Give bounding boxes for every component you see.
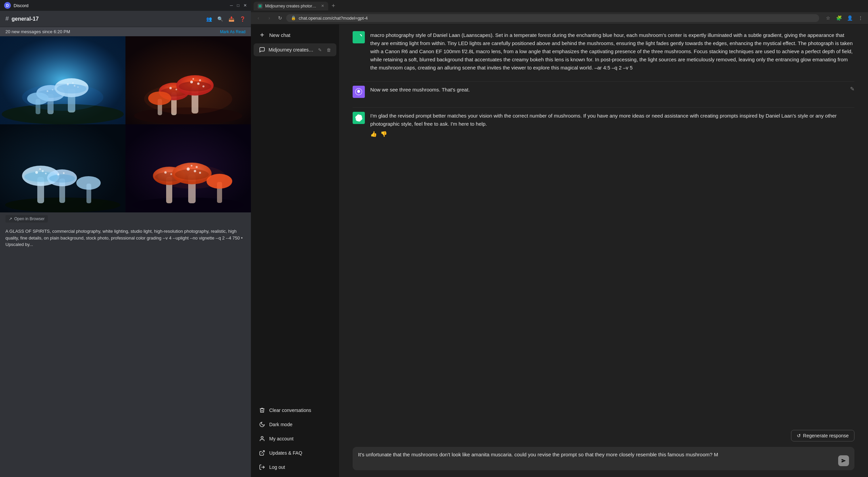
svg-point-16 — [22, 84, 103, 111]
extension-icon[interactable]: 🧩 — [834, 13, 844, 23]
new-chat-label: New chat — [269, 32, 291, 38]
svg-point-12 — [72, 82, 74, 84]
new-messages-banner: 20 new messages since 6:20 PM Mark As Re… — [0, 27, 251, 36]
regenerate-icon: ↺ — [797, 433, 801, 438]
inbox-icon[interactable]: 📥 — [229, 16, 234, 22]
maximize-icon[interactable]: □ — [237, 3, 239, 8]
svg-point-34 — [144, 84, 232, 114]
browser-action-icons: ☆ 🧩 👤 ⋮ — [823, 13, 865, 23]
edit-message-icon[interactable]: ✎ — [850, 86, 854, 92]
mushroom-image-grid — [0, 36, 251, 212]
my-account-button[interactable]: My account — [254, 432, 336, 445]
assistant-message-2-content: I'm glad the revised prompt better match… — [370, 112, 854, 128]
thumbs-down-icon[interactable]: 👎 — [380, 131, 387, 137]
svg-point-30 — [193, 78, 194, 80]
discord-panel: D Discord ─ □ ✕ # general-17 👥 🔍 📥 ❓ 20 … — [0, 0, 251, 477]
clear-conversations-button[interactable]: Clear conversations — [254, 404, 336, 417]
chatgpt-sidebar: New chat Midjourney creates pho ✎ 🗑 — [251, 24, 339, 477]
logout-icon — [259, 464, 265, 470]
search-icon[interactable]: 🔍 — [217, 16, 223, 22]
delete-conversation-icon[interactable]: 🗑 — [327, 47, 331, 53]
dark-mode-label: Dark mode — [269, 422, 292, 427]
mushroom-image-bottom-left — [0, 124, 125, 212]
gpt-avatar-2 — [353, 86, 365, 98]
send-button[interactable] — [838, 455, 849, 466]
members-icon[interactable]: 👥 — [206, 16, 212, 22]
discord-channel-header: # general-17 👥 🔍 📥 ❓ — [0, 11, 251, 27]
mushroom-image-bottom-right — [125, 124, 251, 212]
gpt-avatar-3 — [353, 112, 365, 124]
hashtag-icon: # — [5, 15, 9, 22]
svg-point-27 — [190, 81, 193, 83]
discord-chat-bottom: ↗ Open in Browser A GLASS OF SPIRITS, co… — [0, 212, 251, 253]
svg-point-47 — [39, 168, 41, 170]
tab-favicon — [258, 4, 262, 8]
tab-title: Midjourney creates photoreali... — [265, 4, 318, 8]
new-chat-button[interactable]: New chat — [254, 28, 336, 41]
help-icon[interactable]: ❓ — [240, 16, 245, 22]
assistant-message-1: macro photography style of Daniel Laan (… — [353, 31, 854, 72]
new-messages-text: 20 new messages since 6:20 PM — [5, 29, 70, 34]
channel-header-icons: 👥 🔍 📥 ❓ — [206, 16, 245, 22]
user-message-1: Now we see three mushrooms. That's great… — [353, 86, 854, 98]
back-button[interactable]: ‹ — [254, 13, 263, 23]
forward-button[interactable]: › — [264, 13, 274, 23]
external-link-icon — [259, 450, 265, 456]
svg-line-73 — [262, 451, 264, 453]
gpt-avatar — [353, 31, 365, 43]
moon-icon — [259, 421, 265, 428]
person-icon — [259, 436, 265, 442]
discord-message-text: A GLASS OF SPIRITS, commercial photograp… — [5, 225, 245, 251]
svg-point-70 — [158, 165, 226, 189]
discord-titlebar: D Discord ─ □ ✕ — [0, 0, 251, 11]
dark-mode-button[interactable]: Dark mode — [254, 418, 336, 431]
sidebar-conversation-item[interactable]: Midjourney creates pho ✎ 🗑 — [254, 43, 336, 56]
regenerate-response-button[interactable]: ↺ Regenerate response — [791, 430, 854, 441]
regenerate-label: Regenerate response — [803, 433, 849, 438]
close-icon[interactable]: ✕ — [243, 3, 247, 8]
updates-faq-button[interactable]: Updates & FAQ — [254, 447, 336, 459]
log-out-button[interactable]: Log out — [254, 461, 336, 474]
edit-conversation-icon[interactable]: ✎ — [318, 47, 322, 53]
star-icon[interactable]: ☆ — [823, 13, 833, 23]
browser-chrome: Midjourney creates photoreali... ✕ + ‹ ›… — [251, 0, 868, 24]
browser-tabs-row: Midjourney creates photoreali... ✕ + — [251, 0, 868, 12]
url-text: chat.openai.com/chat?model=gpt-4 — [299, 16, 368, 21]
refresh-button[interactable]: ↻ — [275, 13, 285, 23]
discord-app-name: Discord — [14, 3, 28, 8]
conversation-label: Midjourney creates pho — [269, 47, 315, 53]
address-bar[interactable]: 🔒 chat.openai.com/chat?model=gpt-4 — [286, 14, 819, 22]
new-chat-icon — [259, 32, 265, 38]
browser-tab-chatgpt[interactable]: Midjourney creates photoreali... ✕ — [254, 2, 328, 11]
minimize-icon[interactable]: ─ — [230, 3, 233, 8]
thumbs-up-icon[interactable]: 👍 — [370, 131, 377, 137]
open-in-browser-label: Open in Browser — [14, 216, 44, 221]
chat-input-wrapper — [353, 447, 854, 470]
titlebar-buttons: ─ □ ✕ — [230, 3, 247, 8]
browser-nav-row: ‹ › ↻ 🔒 chat.openai.com/chat?model=gpt-4… — [251, 12, 868, 24]
clear-conversations-label: Clear conversations — [269, 408, 311, 413]
discord-logo-icon: D — [4, 2, 11, 9]
mushroom-image-top-right — [125, 36, 251, 124]
chatgpt-main: macro photography style of Daniel Laan (… — [339, 24, 868, 477]
open-in-browser-button[interactable]: ↗ Open in Browser — [5, 215, 48, 223]
profile-icon[interactable]: 👤 — [845, 13, 854, 23]
mark-as-read-button[interactable]: Mark As Read — [220, 29, 245, 34]
mushroom-image-top-left — [0, 36, 125, 124]
assistant-message-1-content: macro photography style of Daniel Laan (… — [370, 31, 854, 72]
tab-close-icon[interactable]: ✕ — [321, 4, 324, 8]
message-divider-2 — [353, 107, 854, 108]
menu-icon[interactable]: ⋮ — [856, 13, 865, 23]
lock-icon: 🔒 — [291, 16, 296, 20]
new-tab-button[interactable]: + — [329, 2, 338, 9]
user-message-1-content: Now we see three mushrooms. That's great… — [370, 86, 847, 94]
chatgpt-wrapper: Midjourney creates photoreali... ✕ + ‹ ›… — [251, 0, 868, 477]
chat-input-area: ↺ Regenerate response — [339, 426, 868, 477]
svg-point-29 — [199, 79, 201, 81]
svg-point-72 — [261, 436, 263, 438]
chat-input-field[interactable] — [358, 451, 835, 466]
svg-point-44 — [76, 176, 101, 190]
clear-icon — [259, 407, 265, 413]
message-divider-1 — [353, 81, 854, 82]
my-account-label: My account — [269, 436, 294, 441]
